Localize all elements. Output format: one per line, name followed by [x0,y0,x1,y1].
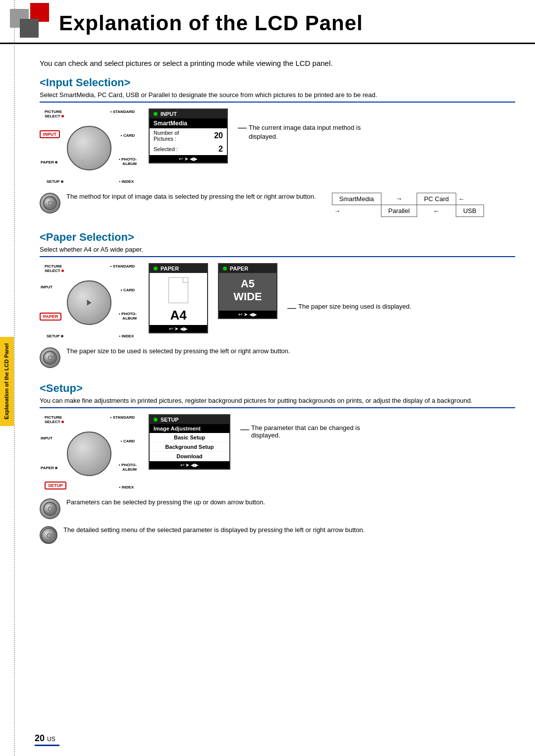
input-lcd-smartmedia: SmartMedia [150,118,227,128]
side-tab: Explanation of the LCD Panel [0,337,14,426]
paper-a4-lcd: PAPER A4 ↩ ➤ ◀▶ [149,263,208,333]
paper-callout-text: The paper size being used is displayed. [298,303,411,310]
paper-lbl-picture-select: PICTURESELECT [45,264,64,273]
paper-explanation-text: The paper size to be used is selected by… [66,347,290,355]
paper-explanation-row: The paper size to be used is selected by… [40,347,515,368]
paper-a4-lcd-header: PAPER [150,264,207,273]
page-title: Explanation of the LCD Panel [59,11,363,35]
setup-btn-icons-col [40,526,57,544]
input-lcd-screen: INPUT SmartMedia Number ofPictures : 20 … [149,108,228,163]
paper-selection-section: Paper Selection Select whether A4 or A5 … [40,231,515,368]
a5-green-dot [223,267,227,270]
paper-callout-arrow: — [287,303,296,313]
a5-header-label: PAPER [230,266,248,271]
setup-lbl-card: ▪ CARD [121,439,135,443]
input-callout: — The current image data input method is… [238,108,386,141]
setup-explanation-row-2: The detailed setting menu of the selecte… [40,526,515,544]
paper-knob-diagram: PICTURESELECT ▪ STANDARD INPUT ▪ CARD PA… [40,263,139,342]
input-selection-subtext: Select SmartMedia, PC Card, USB or Paral… [40,91,515,99]
svg-point-1 [48,201,52,205]
cycle-arrow-right-start: → [332,205,381,217]
page-num-value: 20 [35,733,45,743]
setup-explanation-row-1: Parameters can be selected by pressing t… [40,498,515,519]
input-lcd-num-pictures: Number ofPictures : 20 [150,128,227,143]
lbl-picture-select: PICTURESELECT [45,109,64,118]
input-lcd-footer: ↩ ➤ ◀▶ [150,155,227,162]
cycle-usb: USB [456,205,483,217]
main-content: You can check and select pictures or sel… [40,44,515,544]
setup-lcd-screen: SETUP Image Adjustment Basic Setup Backg… [149,414,230,470]
a4-size-label: A4 [150,308,207,325]
a4-paper-area [150,273,207,308]
setup-knob-diagram: PICTURESELECT ▪ STANDARD INPUT ▪ CARD PA… [40,414,139,493]
selected-value: 2 [218,145,223,154]
knob-circle [67,126,111,170]
a5-size-label: A5WIDE [233,277,262,303]
setup-heading: Setup [40,382,515,395]
paper-diagram-row: PICTURESELECT ▪ STANDARD INPUT ▪ CARD PA… [40,263,515,342]
paper-lbl-index: ▪ INDEX [119,334,134,338]
input-btn-icon [40,193,60,214]
lbl-index: ▪ INDEX [119,179,134,184]
svg-point-5 [48,507,52,511]
cycle-pccard: PC Card [417,193,456,205]
paper-a5-lcd-header: PAPER [219,264,276,273]
input-selection-heading: Input Selection [40,76,515,89]
lbl-standard: ▪ STANDARD [110,109,135,114]
intro-text: You can check and select pictures or sel… [40,59,515,67]
setup-diagram-row: PICTURESELECT ▪ STANDARD INPUT ▪ CARD PA… [40,414,515,493]
setup-subtext: You can make fine adjustments in printed… [40,397,515,404]
paper-selection-subtext: Select whether A4 or A5 wide paper. [40,246,515,253]
setup-lbl-input: INPUT [41,436,53,440]
setup-explanation-text-1: Parameters can be selected by pressing t… [66,498,265,506]
paper-btn-icon [40,347,60,368]
page-header: Explanation of the LCD Panel [0,0,535,44]
callout-arrow: — [238,121,247,134]
a4-lcd-footer: ↩ ➤ ◀▶ [150,325,207,332]
a5-paper-area: A5WIDE [219,273,276,308]
setup-row-background: Background Setup [150,442,229,452]
lbl-card: ▪ CARD [121,133,135,138]
paper-lbl-photo-album: ▪ PHOTO-ALBUM [119,312,137,321]
selected-label: Selected : [154,146,178,152]
cycle-arrow-left-2: ← [417,205,456,217]
setup-callout-arrow: — [240,424,249,434]
setup-lbl-index: ▪ INDEX [119,485,134,489]
a4-green-dot [154,267,158,270]
lbl-paper: PAPER [41,160,57,164]
setup-section: Setup You can make fine adjustments in p… [40,382,515,544]
paper-selection-heading: Paper Selection [40,231,515,244]
input-cycle-diagram: SmartMedia → PC Card ← → Parallel ← USB [332,193,484,217]
paper-lbl-highlight: PAPER [40,313,61,321]
setup-lcd-footer: ↩ ➤ ◀▶ [150,461,229,469]
a4-paper-icon [168,277,188,303]
num-pictures-label: Number ofPictures : [154,130,179,142]
paper-callout: — The paper size being used is displayed… [287,263,411,313]
logo-dark [20,19,39,38]
setup-explanation-text-2: The detailed setting menu of the selecte… [63,526,365,534]
dotted-border [14,0,34,756]
setup-lcd-selected: Image Adjustment [150,424,229,433]
setup-lcd-header-label: SETUP [160,417,179,423]
page-num-suffix: US [47,736,55,743]
paper-selection-divider [40,256,515,257]
paper-a5-lcd: PAPER A5WIDE ↩ ➤ ◀▶ [218,263,277,319]
setup-knob-circle [67,432,111,476]
setup-green-dot [154,418,158,422]
setup-lbl-paper: PAPER [41,466,57,470]
setup-callout-text: The parameter that can be changed is dis… [251,424,379,439]
input-explanation-row: The method for input of image data is se… [40,193,515,217]
page-number: 20 US [35,733,59,746]
input-explanation-text: The method for input of image data is se… [66,193,316,200]
paper-knob-circle [67,280,111,325]
green-dot [154,112,158,116]
setup-lbl-photo-album: ▪ PHOTO-ALBUM [119,463,137,472]
setup-row-basic: Basic Setup [150,433,229,442]
input-callout-text: The current image data input method is d… [249,123,386,141]
setup-lcd-header: SETUP [150,415,229,424]
num-pictures-value: 20 [214,131,223,140]
input-lcd-selected: Selected : 2 [150,143,227,155]
lbl-input-highlight: INPUT [40,130,60,138]
cycle-smartmedia: SmartMedia [332,193,381,205]
input-lcd-header-label: INPUT [160,111,177,117]
